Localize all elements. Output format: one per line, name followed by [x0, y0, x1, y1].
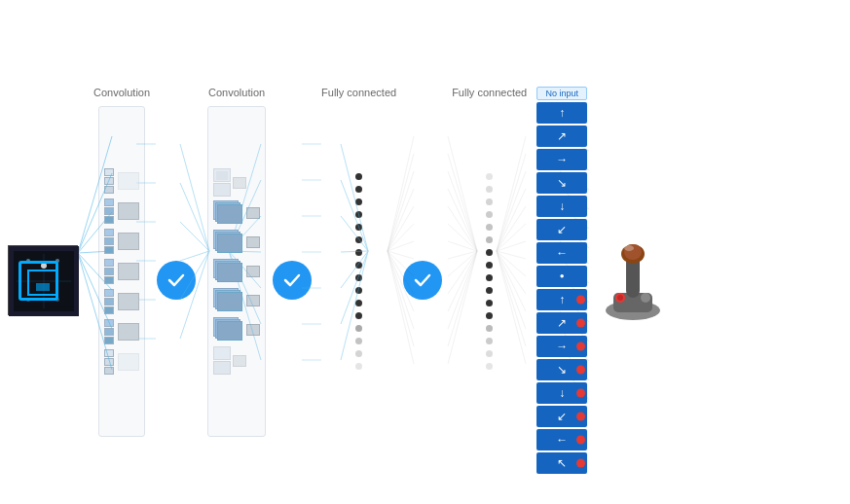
fc2-dot [486, 274, 493, 281]
conv1-row-2 [104, 229, 139, 254]
output-btn-up-fire[interactable]: ↑ [536, 289, 587, 310]
conv1-feature-map [118, 353, 139, 371]
fc1-dot-gray [355, 338, 362, 344]
mini-filter [104, 276, 114, 284]
mini-filter [104, 328, 114, 336]
mini-filter [104, 298, 114, 306]
svg-point-102 [41, 263, 47, 269]
fc2-label: Fully connected [452, 87, 527, 98]
svg-point-105 [26, 298, 30, 302]
fc1-column: Fully connected [321, 87, 396, 437]
conv1-feature-map [118, 323, 139, 341]
output-btn-downleft[interactable]: ↙ [536, 219, 587, 240]
svg-point-115 [624, 245, 634, 251]
svg-rect-100 [28, 270, 57, 295]
conv1-column: Convolution [93, 87, 150, 437]
mini-filter [104, 177, 114, 185]
mini-filter [104, 246, 114, 254]
mini-filter [104, 268, 114, 275]
arrow-down-icon: ↓ [559, 200, 565, 212]
fc2-dot [486, 236, 493, 243]
conv2-row-2 [213, 230, 260, 255]
output-btn-left[interactable]: ← [536, 242, 587, 264]
svg-point-106 [55, 298, 59, 302]
output-btn-downright[interactable]: ↘ [536, 172, 587, 194]
conv1-feature-map [118, 293, 139, 310]
conv2-small-square [246, 236, 260, 248]
output-btn-downleft-fire[interactable]: ↙ [536, 406, 587, 427]
arrow-upleft-fire-icon: ↖ [557, 457, 567, 469]
arrow-up-icon: ↑ [559, 107, 565, 119]
checkmark-icon [166, 270, 186, 290]
fire-dot [576, 296, 585, 305]
conv1-feature-map [118, 202, 139, 220]
joystick-section [599, 217, 667, 326]
output-btn-upleft-fire[interactable]: ↖ [536, 452, 587, 474]
output-btn-upright-fire[interactable]: ↗ [536, 312, 587, 334]
fc1-dot [355, 312, 362, 319]
output-btn-down-fire[interactable]: ↓ [536, 382, 587, 404]
fc2-dot [486, 325, 493, 332]
conv1-filters-3 [104, 259, 114, 284]
mini-filter [104, 237, 114, 245]
conv2-filter-stack [213, 288, 244, 313]
fc1-dot [355, 249, 362, 256]
fc1-dot [355, 224, 362, 231]
conv1-filters-top [104, 168, 114, 194]
fc2-dot [486, 363, 493, 370]
output-btn-right[interactable]: → [536, 149, 587, 170]
output-btn-right-fire[interactable]: → [536, 336, 587, 357]
mini-filter [104, 289, 114, 297]
arrow-right-icon: → [556, 154, 568, 165]
fc2-column: Fully connected [452, 87, 527, 437]
checkmark-icon-2 [282, 270, 302, 290]
fc2-dot [486, 186, 493, 193]
conv2-filter [213, 183, 231, 197]
arrow-right-fire-icon: → [556, 341, 568, 352]
output-panel: No input ↑ ↗ → ↘ ↓ ↙ ← ● ↑ ↗ → [536, 69, 587, 474]
activation3-section [403, 243, 442, 300]
fc2-dot [486, 211, 493, 218]
activation2-section [273, 243, 312, 300]
fc1-dot-gray [355, 325, 362, 332]
conv2-column: Convolution [207, 87, 266, 437]
output-btn-fire[interactable]: ● [536, 266, 587, 287]
fire-dot [576, 342, 585, 351]
output-btn-down[interactable]: ↓ [536, 196, 587, 217]
mini-filter [104, 259, 114, 267]
fc1-dot [355, 262, 362, 269]
activation1-section [157, 243, 196, 300]
conv1-feature-map [118, 172, 139, 190]
conv2-filter-stack [213, 200, 244, 226]
conv2-row-1 [213, 200, 260, 226]
fc1-dot-gray [355, 350, 362, 357]
arrow-downright-fire-icon: ↘ [557, 364, 567, 376]
arrow-down-fire-icon: ↓ [559, 387, 565, 399]
conv1-filters-1 [104, 198, 114, 224]
fc2-dot [486, 262, 493, 269]
output-btn-downright-fire[interactable]: ↘ [536, 359, 587, 380]
svg-point-114 [641, 293, 650, 303]
fc2-dot [486, 173, 493, 180]
output-buttons-fire: ↑ ↗ → ↘ ↓ ↙ ← [536, 289, 587, 474]
conv2-filter [213, 361, 231, 375]
fc1-dot [355, 236, 362, 243]
output-btn-up[interactable]: ↑ [536, 102, 587, 124]
conv2-small-square [246, 324, 260, 336]
conv1-row-3 [104, 259, 139, 284]
conv2-small-square [233, 177, 246, 189]
activation3-circle [403, 261, 442, 300]
arrow-left-icon: ← [556, 247, 568, 259]
mini-filter [104, 207, 114, 215]
output-btn-left-fire[interactable]: ← [536, 429, 587, 450]
conv2-filter [213, 346, 231, 360]
conv1-row-top [104, 168, 139, 194]
conv2-row-ghost-bottom [213, 346, 260, 375]
input-image [8, 245, 78, 315]
fire-dot [576, 436, 585, 445]
fc1-dot [355, 300, 362, 306]
mini-filter [104, 319, 114, 327]
mini-filter [104, 186, 114, 194]
activation1-circle [157, 261, 196, 300]
output-btn-upright[interactable]: ↗ [536, 126, 587, 147]
